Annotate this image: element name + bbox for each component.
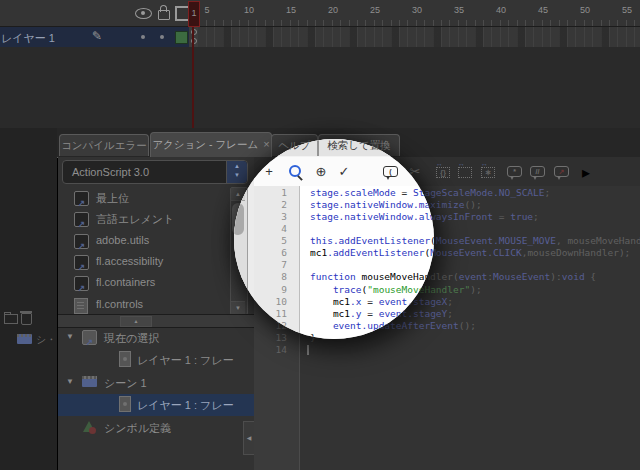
toolbox-item[interactable]: fl.controls: [58, 295, 228, 316]
script-type-dropdown[interactable]: ActionScript 3.0 ▲ ▼: [62, 160, 248, 184]
code-token: [310, 320, 333, 331]
frame-number: 10: [238, 5, 260, 15]
navigator-row-label: レイヤー 1 : フレー: [137, 398, 234, 413]
apply-line-comment-icon[interactable]: //: [529, 163, 547, 180]
toolbox-item[interactable]: adobe.utils: [58, 231, 228, 252]
navigator-row[interactable]: ▼シーン 1: [58, 372, 254, 394]
book-icon: [74, 276, 89, 291]
frame-number: 15: [280, 5, 302, 15]
fold-arrows-glyph: ↔: [481, 160, 488, 167]
find-icon[interactable]: [286, 163, 304, 180]
code-token: =: [362, 308, 379, 319]
line-number: 4: [256, 223, 287, 234]
playhead[interactable]: 1: [188, 1, 200, 27]
frame-number: 45: [532, 5, 554, 15]
expand-all-icon[interactable]: ∗↔: [479, 163, 497, 180]
playhead-line: [192, 25, 194, 128]
layer-lock-dot[interactable]: [160, 35, 164, 39]
code-token: stage.scaleMode: [310, 187, 396, 198]
apply-block-comment-icon[interactable]: *: [506, 163, 524, 180]
text-cursor: [307, 345, 309, 355]
toolbox-item-label: fl.containers: [96, 276, 155, 288]
remove-comment-icon[interactable]: ↗: [553, 163, 571, 180]
layer-visibility-dot[interactable]: [141, 35, 145, 39]
check-syntax-icon[interactable]: ✓: [335, 163, 353, 180]
line-number: 14: [256, 344, 287, 355]
line-number: 2: [256, 199, 287, 210]
dropdown-stepper[interactable]: ▲ ▼: [226, 161, 247, 183]
navigator-row[interactable]: レイヤー 1 : フレー: [58, 349, 254, 371]
close-tab-icon[interactable]: ×: [263, 133, 269, 156]
line-number: 6: [256, 247, 287, 258]
splitter-collapse-icon[interactable]: ▲: [120, 316, 152, 327]
pencil-icon: ✎: [92, 29, 102, 43]
navigator-row-label: レイヤー 1 : フレー: [137, 353, 234, 368]
navigator-row[interactable]: ▼現在の選択: [58, 327, 254, 349]
screen: 510152025303540455055 1 レイヤー 1 ✎ シ・・ コンパ…: [0, 0, 640, 470]
line-number: 7: [256, 259, 287, 270]
tab-label: アクション - フレーム: [152, 138, 258, 150]
navigator-row[interactable]: レイヤー 1 : フレー: [58, 394, 254, 416]
show-hide-layers-icon[interactable]: [135, 8, 152, 19]
code-token: .addEventListener: [327, 247, 424, 258]
line-number: 5: [256, 235, 287, 246]
frame-number: 50: [574, 5, 596, 15]
toolbox-item-label: fl.controls: [96, 298, 143, 310]
disclosure-triangle-icon[interactable]: ▼: [66, 377, 74, 386]
line-number: 10: [256, 296, 287, 307]
code-token: void: [562, 271, 585, 282]
tab-actions-frame[interactable]: アクション - フレーム×: [150, 132, 272, 157]
frame-number: 55: [616, 5, 638, 15]
code-token: =: [362, 296, 379, 307]
layer-row[interactable]: レイヤー 1 ✎: [0, 27, 640, 47]
show-toolbox-icon[interactable]: ▸: [582, 163, 600, 180]
check-syntax-icon-glyph: ✓: [335, 163, 353, 180]
frame-number: 40: [490, 5, 512, 15]
code-token: function: [310, 271, 356, 282]
fold-arrows-glyph: ↔: [458, 160, 465, 167]
layer-outline-color-swatch[interactable]: [175, 31, 188, 44]
frame-number: 30: [406, 5, 428, 15]
toolbox-item-label: fl.accessibility: [96, 255, 163, 267]
insert-target-path-icon[interactable]: ⊕: [312, 163, 330, 180]
code-token: ,mouseDownHandler);: [522, 247, 631, 258]
lock-layers-icon[interactable]: [158, 10, 170, 20]
code-token: .y: [350, 308, 361, 319]
toolbox-item[interactable]: 言語エレメント: [58, 209, 228, 230]
code-token: =: [493, 211, 510, 222]
code-token: );: [470, 284, 481, 295]
book-icon: [74, 191, 89, 206]
scroll-down-icon[interactable]: ▼: [231, 301, 245, 314]
code-token: ;: [447, 308, 453, 319]
code-token: =: [396, 187, 413, 198]
toolbox-item[interactable]: fl.accessibility: [58, 252, 228, 273]
navigator-row-label: 現在の選択: [104, 331, 159, 346]
sidebar-splitter[interactable]: ▲: [58, 314, 254, 328]
frame-ticks: [189, 20, 640, 26]
code-token: .x: [350, 296, 361, 307]
code-token: mc1: [310, 296, 350, 307]
stepper-down-icon[interactable]: ▼: [227, 172, 247, 178]
line-number: 13: [256, 332, 287, 343]
auto-format-icon[interactable]: [356, 163, 374, 180]
line-number: 8: [256, 271, 287, 282]
background-dock: シ・・: [0, 128, 57, 470]
code-token: MouseEvent: [493, 271, 550, 282]
stepper-up-icon[interactable]: ▲: [227, 163, 247, 169]
tab-compile-errors[interactable]: コンパイルエラー: [59, 134, 149, 156]
trash-icon[interactable]: [21, 313, 32, 325]
current-selection-icon: [82, 330, 97, 345]
new-folder-icon[interactable]: [4, 314, 18, 324]
show-code-hint-icon[interactable]: (: [382, 163, 400, 180]
toolbox-item-label: 最上位: [96, 191, 129, 206]
toolbox-item[interactable]: fl.containers: [58, 273, 228, 294]
disclosure-triangle-icon[interactable]: ▼: [66, 332, 74, 341]
collapse-between-braces-icon[interactable]: {}↔: [434, 163, 452, 180]
tab-label: コンパイルエラー: [61, 139, 147, 151]
frames-grid[interactable]: [189, 27, 640, 47]
stage-area: [0, 48, 640, 128]
toolbox-item[interactable]: 最上位: [58, 188, 228, 209]
navigator-row[interactable]: シンボル定義: [58, 417, 254, 439]
code-token: MouseEvent.MOUSE_MOVE: [436, 235, 556, 246]
collapse-selection-icon[interactable]: ↔: [456, 163, 474, 180]
